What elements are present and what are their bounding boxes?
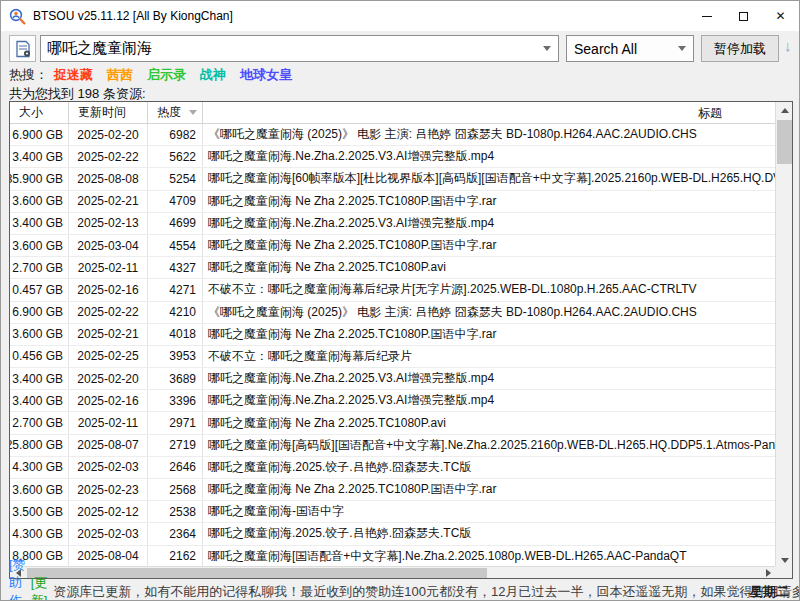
cell-size: 25.800 GB (10, 435, 69, 456)
cell-heat: 4210 (148, 302, 203, 323)
document-gear-icon (14, 40, 32, 58)
pause-loading-button[interactable]: 暂停加载 (701, 35, 779, 62)
maximize-button[interactable] (725, 1, 762, 31)
cell-heat: 3953 (148, 346, 203, 367)
table-row[interactable]: 2.700 GB2025-02-112971哪吒之魔童闹海 Ne Zha 2.2… (10, 412, 775, 434)
horizontal-scroll-thumb[interactable] (27, 568, 487, 578)
cell-title: 哪吒之魔童闹海-国语中字 (203, 501, 775, 522)
toolbar: 哪吒之魔童闹海 Search All 暂停加载 ↓ (1, 31, 799, 67)
close-button[interactable]: ✕ (762, 1, 799, 31)
cell-size: 3.600 GB (10, 191, 69, 212)
status-message: 资源库已更新，如有不能用的记得私聊我！最近收到的赞助连100元都没有，12月已过… (53, 583, 800, 601)
cell-title: 不破不立：哪吒之魔童闹海幕后纪录片[无字片源].2025.WEB-DL.1080… (203, 279, 775, 300)
header-size[interactable]: 大小 (10, 102, 69, 123)
hot-search-bar: 热搜： 捉迷藏茜茜启示录战神地球女皇 (9, 67, 306, 83)
chevron-down-icon[interactable] (543, 46, 551, 51)
cell-title: 不破不立：哪吒之魔童闹海幕后纪录片 (203, 346, 775, 367)
search-engine-value: Search All (567, 41, 671, 57)
hot-search-items: 捉迷藏茜茜启示录战神地球女皇 (54, 66, 306, 84)
header-date[interactable]: 更新时间 (69, 102, 148, 123)
hot-search-item[interactable]: 茜茜 (107, 66, 133, 84)
cell-size: 0.457 GB (10, 279, 69, 300)
table-row[interactable]: 2.700 GB2025-02-114327哪吒之魔童闹海 Ne Zha 2.2… (10, 257, 775, 279)
vertical-scroll-thumb[interactable] (777, 120, 792, 164)
table-row[interactable]: 35.900 GB2025-08-085254哪吒之魔童闹海[60帧率版本][杜… (10, 168, 775, 190)
results-table: 大小 更新时间 热度 标题 6.900 GB2025-02-206982《哪吒之… (9, 101, 793, 579)
hot-search-item[interactable]: 战神 (200, 66, 226, 84)
search-input[interactable]: 哪吒之魔童闹海 (41, 39, 536, 58)
cell-size: 2.700 GB (10, 412, 69, 433)
cell-heat: 4709 (148, 191, 203, 212)
cell-date: 2025-08-08 (69, 168, 148, 189)
minimize-button[interactable] (688, 1, 725, 31)
cell-heat: 4554 (148, 235, 203, 256)
table-row[interactable]: 6.900 GB2025-02-206982《哪吒之魔童闹海 (2025)》 电… (10, 124, 775, 146)
table-body: 6.900 GB2025-02-206982《哪吒之魔童闹海 (2025)》 电… (10, 124, 775, 568)
cell-date: 2025-02-13 (69, 213, 148, 234)
table-row[interactable]: 3.400 GB2025-02-225622哪吒之魔童闹海.Ne.Zha.2.2… (10, 146, 775, 168)
sponsor-author-link[interactable]: [赞助作者] (9, 556, 26, 601)
cell-date: 2025-02-11 (69, 412, 148, 433)
title-bar: BTSOU v25.11.12 [All By KiongChan] ✕ (1, 1, 799, 31)
cell-heat: 6982 (148, 124, 203, 145)
cell-title: 哪吒之魔童闹海 Ne Zha 2.2025.TC1080P.国语中字.rar (203, 191, 775, 212)
cell-date: 2025-02-22 (69, 146, 148, 167)
table-row[interactable]: 3.600 GB2025-02-232568哪吒之魔童闹海 Ne Zha 2.2… (10, 479, 775, 501)
cell-size: 3.600 GB (10, 324, 69, 345)
cell-size: 4.300 GB (10, 523, 69, 544)
table-row[interactable]: 3.600 GB2025-02-214018哪吒之魔童闹海 Ne Zha 2.2… (10, 324, 775, 346)
triangle-right-icon (766, 569, 771, 577)
table-row[interactable]: 3.500 GB2025-02-122538哪吒之魔童闹海-国语中字 (10, 501, 775, 523)
cell-date: 2025-02-20 (69, 368, 148, 389)
search-engine-select[interactable]: Search All (566, 35, 694, 62)
cell-title: 哪吒之魔童闹海.Ne.Zha.2.2025.V3.AI增强完整版.mp4 (203, 368, 775, 389)
chevron-down-icon[interactable] (678, 46, 686, 51)
search-combobox[interactable]: 哪吒之魔童闹海 (40, 35, 559, 62)
table-row[interactable]: 3.400 GB2025-02-203689哪吒之魔童闹海.Ne.Zha.2.2… (10, 368, 775, 390)
scroll-up-arrow[interactable] (776, 102, 793, 118)
cell-title: 哪吒之魔童闹海 Ne Zha 2.2025.TC1080P.国语中字.rar (203, 324, 775, 345)
cell-heat: 4699 (148, 213, 203, 234)
window-controls: ✕ (688, 1, 799, 31)
cell-heat: 3689 (148, 368, 203, 389)
table-row[interactable]: 3.600 GB2025-02-214709哪吒之魔童闹海 Ne Zha 2.2… (10, 191, 775, 213)
header-title[interactable]: 标题 (203, 102, 775, 123)
cell-size: 3.400 GB (10, 368, 69, 389)
hot-search-item[interactable]: 启示录 (147, 66, 186, 84)
cell-date: 2025-02-03 (69, 523, 148, 544)
cell-title: 哪吒之魔童闹海.2025.饺子.吕艳婷.囧森瑟夫.TC版 (203, 523, 775, 544)
cell-size: 3.500 GB (10, 501, 69, 522)
table-row[interactable]: 4.300 GB2025-02-032364哪吒之魔童闹海.2025.饺子.吕艳… (10, 523, 775, 545)
table-row[interactable]: 25.800 GB2025-08-072719哪吒之魔童闹海[高码版][国语配音… (10, 435, 775, 457)
table-row[interactable]: 0.456 GB2025-02-253953不破不立：哪吒之魔童闹海幕后纪录片 (10, 346, 775, 368)
table-row[interactable]: 3.600 GB2025-03-044554哪吒之魔童闹海 Ne Zha 2.2… (10, 235, 775, 257)
header-title-label: 标题 (698, 105, 722, 122)
cell-title: 哪吒之魔童闹海[国语配音+中文字幕].Ne.Zha.2.2025.1080p.W… (203, 546, 775, 567)
cell-title: 哪吒之魔童闹海[高码版][国语配音+中文字幕].Ne.Zha.2.2025.21… (203, 435, 775, 456)
header-heat[interactable]: 热度 (148, 102, 203, 123)
cell-title: 哪吒之魔童闹海 Ne Zha 2.2025.TC1080P.国语中字.rar (203, 235, 775, 256)
horizontal-scrollbar[interactable] (10, 566, 776, 578)
table-row[interactable]: 3.400 GB2025-02-163396哪吒之魔童闹海.Ne.Zha.2.2… (10, 390, 775, 412)
cell-size: 6.900 GB (10, 124, 69, 145)
task-list-button[interactable] (9, 35, 36, 62)
cell-heat: 4271 (148, 279, 203, 300)
cell-title: 《哪吒之魔童闹海 (2025)》 电影 主演: 吕艳婷 囧森瑟夫 BD-1080… (203, 124, 775, 145)
hot-search-item[interactable]: 地球女皇 (240, 66, 292, 84)
table-row[interactable]: 8.800 GB2025-08-042162哪吒之魔童闹海[国语配音+中文字幕]… (10, 546, 775, 568)
table-row[interactable]: 3.400 GB2025-02-134699哪吒之魔童闹海.Ne.Zha.2.2… (10, 213, 775, 235)
update-link[interactable]: [更新] (31, 574, 48, 601)
scroll-right-arrow[interactable] (760, 567, 776, 578)
vertical-scrollbar[interactable] (775, 102, 792, 568)
cell-title: 哪吒之魔童闹海 Ne Zha 2.2025.TC1080P.国语中字.rar (203, 479, 775, 500)
status-bar: [赞助作者] [更新] 资源库已更新，如有不能用的记得私聊我！最近收到的赞助连1… (1, 581, 799, 601)
hot-search-item[interactable]: 捉迷藏 (54, 66, 93, 84)
table-row[interactable]: 6.900 GB2025-02-224210《哪吒之魔童闹海 (2025)》 电… (10, 302, 775, 324)
table-row[interactable]: 0.457 GB2025-02-164271不破不立：哪吒之魔童闹海幕后纪录片[… (10, 279, 775, 301)
cell-size: 3.400 GB (10, 390, 69, 411)
window-title: BTSOU v25.11.12 [All By KiongChan] (33, 9, 233, 23)
cell-date: 2025-02-21 (69, 324, 148, 345)
table-row[interactable]: 4.300 GB2025-02-032646哪吒之魔童闹海.2025.饺子.吕艳… (10, 457, 775, 479)
cell-heat: 4018 (148, 324, 203, 345)
cell-date: 2025-02-20 (69, 124, 148, 145)
